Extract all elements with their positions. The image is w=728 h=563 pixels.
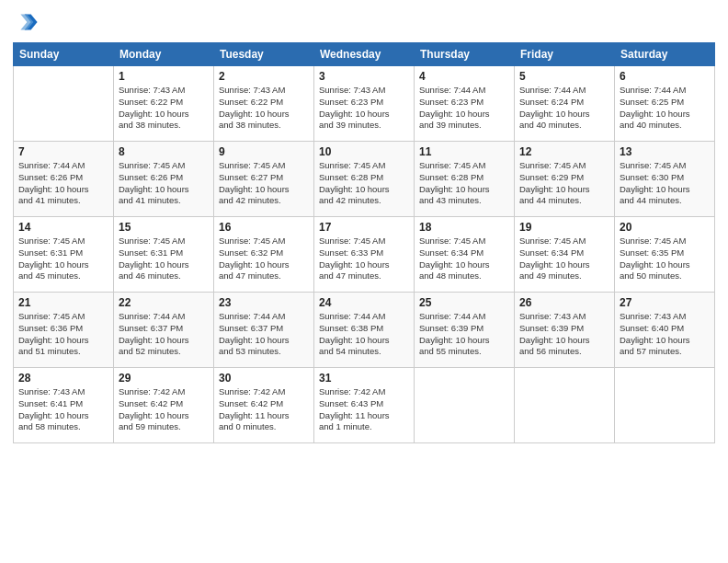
logo-icon [13,9,39,35]
week-row-1: 1Sunrise: 7:43 AM Sunset: 6:22 PM Daylig… [14,66,715,142]
day-cell: 14Sunrise: 7:45 AM Sunset: 6:31 PM Dayli… [14,217,114,293]
day-info: Sunrise: 7:44 AM Sunset: 6:37 PM Dayligh… [119,311,209,358]
day-info: Sunrise: 7:43 AM Sunset: 6:22 PM Dayligh… [119,85,209,132]
day-number: 22 [119,296,209,309]
day-cell: 21Sunrise: 7:45 AM Sunset: 6:36 PM Dayli… [14,293,114,368]
day-cell: 24Sunrise: 7:44 AM Sunset: 6:38 PM Dayli… [314,293,415,368]
day-cell [14,66,114,142]
day-info: Sunrise: 7:44 AM Sunset: 6:38 PM Dayligh… [319,311,409,358]
day-number: 19 [519,221,609,234]
day-info: Sunrise: 7:42 AM Sunset: 6:43 PM Dayligh… [319,386,409,433]
day-number: 1 [119,70,209,83]
day-info: Sunrise: 7:42 AM Sunset: 6:42 PM Dayligh… [219,386,309,433]
day-cell: 15Sunrise: 7:45 AM Sunset: 6:31 PM Dayli… [114,217,214,293]
day-info: Sunrise: 7:43 AM Sunset: 6:41 PM Dayligh… [18,386,108,433]
header-cell-monday: Monday [114,43,214,66]
header-cell-friday: Friday [515,43,615,66]
day-info: Sunrise: 7:44 AM Sunset: 6:24 PM Dayligh… [519,85,609,132]
day-cell: 27Sunrise: 7:43 AM Sunset: 6:40 PM Dayli… [615,293,715,368]
day-number: 15 [119,221,209,234]
day-info: Sunrise: 7:44 AM Sunset: 6:25 PM Dayligh… [620,85,710,132]
day-info: Sunrise: 7:45 AM Sunset: 6:26 PM Dayligh… [119,160,209,207]
day-cell: 30Sunrise: 7:42 AM Sunset: 6:42 PM Dayli… [214,368,314,443]
day-number: 11 [419,145,509,158]
calendar-table: SundayMondayTuesdayWednesdayThursdayFrid… [13,42,715,443]
day-cell: 6Sunrise: 7:44 AM Sunset: 6:25 PM Daylig… [615,66,715,142]
day-info: Sunrise: 7:44 AM Sunset: 6:39 PM Dayligh… [419,311,509,358]
day-cell: 17Sunrise: 7:45 AM Sunset: 6:33 PM Dayli… [314,217,415,293]
day-info: Sunrise: 7:45 AM Sunset: 6:29 PM Dayligh… [519,160,609,207]
day-number: 18 [419,221,509,234]
week-row-5: 28Sunrise: 7:43 AM Sunset: 6:41 PM Dayli… [14,368,715,443]
day-number: 23 [219,296,309,309]
day-number: 5 [519,70,609,83]
day-info: Sunrise: 7:45 AM Sunset: 6:35 PM Dayligh… [620,236,710,282]
day-number: 12 [519,145,609,158]
day-cell: 31Sunrise: 7:42 AM Sunset: 6:43 PM Dayli… [314,368,415,443]
day-number: 31 [319,372,409,385]
day-cell [615,368,715,443]
header [13,9,715,35]
day-number: 26 [519,296,609,309]
day-number: 29 [119,372,209,385]
day-info: Sunrise: 7:43 AM Sunset: 6:22 PM Dayligh… [219,85,309,132]
header-cell-sunday: Sunday [14,43,114,66]
day-cell: 5Sunrise: 7:44 AM Sunset: 6:24 PM Daylig… [515,66,615,142]
day-info: Sunrise: 7:45 AM Sunset: 6:33 PM Dayligh… [319,236,409,282]
day-number: 6 [620,70,710,83]
header-cell-thursday: Thursday [415,43,515,66]
day-info: Sunrise: 7:45 AM Sunset: 6:34 PM Dayligh… [519,236,609,282]
day-info: Sunrise: 7:42 AM Sunset: 6:42 PM Dayligh… [119,386,209,433]
day-cell: 9Sunrise: 7:45 AM Sunset: 6:27 PM Daylig… [214,142,314,217]
day-info: Sunrise: 7:45 AM Sunset: 6:30 PM Dayligh… [620,160,710,207]
day-number: 27 [620,296,710,309]
header-cell-tuesday: Tuesday [214,43,314,66]
day-cell: 19Sunrise: 7:45 AM Sunset: 6:34 PM Dayli… [515,217,615,293]
day-number: 28 [18,372,108,385]
day-info: Sunrise: 7:44 AM Sunset: 6:23 PM Dayligh… [419,85,509,132]
week-row-3: 14Sunrise: 7:45 AM Sunset: 6:31 PM Dayli… [14,217,715,293]
day-cell: 2Sunrise: 7:43 AM Sunset: 6:22 PM Daylig… [214,66,314,142]
day-info: Sunrise: 7:43 AM Sunset: 6:23 PM Dayligh… [319,85,409,132]
day-number: 2 [219,70,309,83]
day-cell: 18Sunrise: 7:45 AM Sunset: 6:34 PM Dayli… [415,217,515,293]
day-info: Sunrise: 7:44 AM Sunset: 6:37 PM Dayligh… [219,311,309,358]
week-row-2: 7Sunrise: 7:44 AM Sunset: 6:26 PM Daylig… [14,142,715,217]
day-cell: 8Sunrise: 7:45 AM Sunset: 6:26 PM Daylig… [114,142,214,217]
day-info: Sunrise: 7:45 AM Sunset: 6:32 PM Dayligh… [219,236,309,282]
logo [13,9,42,35]
day-number: 25 [419,296,509,309]
day-number: 14 [18,221,108,234]
day-info: Sunrise: 7:45 AM Sunset: 6:27 PM Dayligh… [219,160,309,207]
day-number: 8 [119,145,209,158]
day-cell [515,368,615,443]
page: SundayMondayTuesdayWednesdayThursdayFrid… [0,0,728,563]
day-cell: 7Sunrise: 7:44 AM Sunset: 6:26 PM Daylig… [14,142,114,217]
day-cell: 20Sunrise: 7:45 AM Sunset: 6:35 PM Dayli… [615,217,715,293]
day-cell: 16Sunrise: 7:45 AM Sunset: 6:32 PM Dayli… [214,217,314,293]
day-info: Sunrise: 7:44 AM Sunset: 6:26 PM Dayligh… [18,160,108,207]
day-number: 9 [219,145,309,158]
day-number: 4 [419,70,509,83]
day-number: 24 [319,296,409,309]
day-info: Sunrise: 7:43 AM Sunset: 6:40 PM Dayligh… [620,311,710,358]
day-cell: 29Sunrise: 7:42 AM Sunset: 6:42 PM Dayli… [114,368,214,443]
day-cell: 22Sunrise: 7:44 AM Sunset: 6:37 PM Dayli… [114,293,214,368]
day-number: 17 [319,221,409,234]
day-number: 10 [319,145,409,158]
day-cell: 12Sunrise: 7:45 AM Sunset: 6:29 PM Dayli… [515,142,615,217]
day-number: 21 [18,296,108,309]
day-info: Sunrise: 7:45 AM Sunset: 6:28 PM Dayligh… [419,160,509,207]
header-row: SundayMondayTuesdayWednesdayThursdayFrid… [14,43,715,66]
day-number: 7 [18,145,108,158]
day-cell: 10Sunrise: 7:45 AM Sunset: 6:28 PM Dayli… [314,142,415,217]
day-number: 20 [620,221,710,234]
day-cell: 13Sunrise: 7:45 AM Sunset: 6:30 PM Dayli… [615,142,715,217]
day-info: Sunrise: 7:43 AM Sunset: 6:39 PM Dayligh… [519,311,609,358]
day-info: Sunrise: 7:45 AM Sunset: 6:36 PM Dayligh… [18,311,108,358]
day-cell: 4Sunrise: 7:44 AM Sunset: 6:23 PM Daylig… [415,66,515,142]
day-cell: 28Sunrise: 7:43 AM Sunset: 6:41 PM Dayli… [14,368,114,443]
day-cell: 1Sunrise: 7:43 AM Sunset: 6:22 PM Daylig… [114,66,214,142]
header-cell-wednesday: Wednesday [314,43,415,66]
day-info: Sunrise: 7:45 AM Sunset: 6:31 PM Dayligh… [18,236,108,282]
